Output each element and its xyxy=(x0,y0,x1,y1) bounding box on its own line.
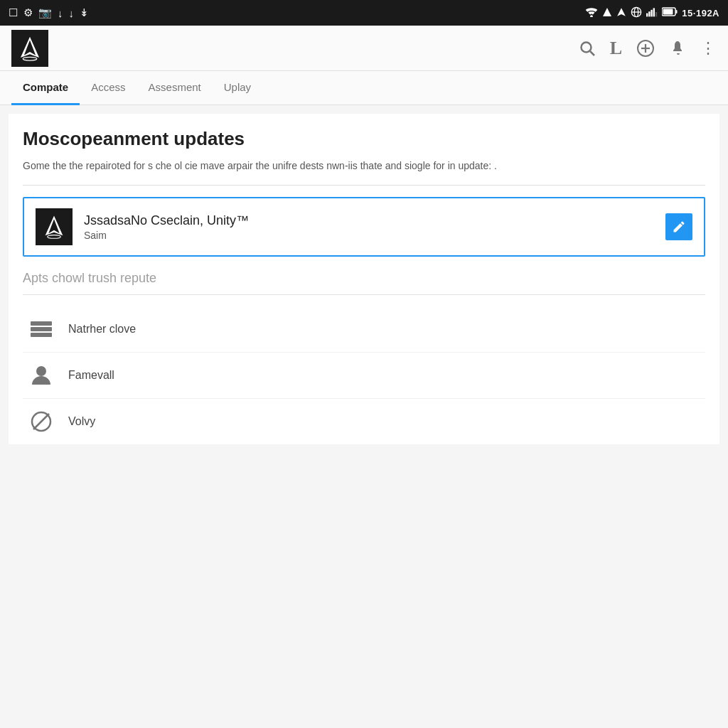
svg-marker-1 xyxy=(603,8,611,16)
main-content: Moscopeanment updates Gome the the repai… xyxy=(9,114,719,444)
nav-icon xyxy=(616,7,626,19)
app-logo xyxy=(11,30,48,67)
block-icon xyxy=(28,409,54,434)
tab-uplay[interactable]: Uplay xyxy=(213,71,262,105)
svg-rect-25 xyxy=(31,327,52,331)
more-button[interactable]: ⋮ xyxy=(700,39,717,58)
tab-assesment[interactable]: Assesment xyxy=(137,71,213,105)
download3-icon: ↡ xyxy=(80,6,89,19)
notifications-button[interactable] xyxy=(669,40,686,57)
battery-icon xyxy=(662,7,678,18)
signal-bars-icon xyxy=(646,7,658,19)
svg-point-23 xyxy=(48,235,61,239)
game-name: JssadsaNo Cseclain, Unity™ xyxy=(84,213,654,228)
game-card[interactable]: JssadsaNo Cseclain, Unity™ Saim xyxy=(23,197,705,257)
app-bar: L ⋮ xyxy=(0,26,728,71)
list-item-2[interactable]: Famevall xyxy=(23,353,705,399)
list-item-1[interactable]: Natrher clove xyxy=(23,306,705,353)
section-title: Moscopeanment updates xyxy=(23,128,705,150)
camera-icon: 📷 xyxy=(38,6,52,19)
account-button[interactable]: L xyxy=(610,38,622,59)
edit-button[interactable] xyxy=(665,213,692,240)
time-display: 15·192A xyxy=(682,8,719,18)
svg-point-27 xyxy=(36,366,46,376)
status-icons-right: 15·192A xyxy=(585,6,719,20)
svg-rect-7 xyxy=(651,9,653,16)
list-item-1-label: Natrher clove xyxy=(68,323,136,336)
tab-access[interactable]: Access xyxy=(80,71,136,105)
sub-section-title: Apts chowl trush repute xyxy=(23,271,705,286)
svg-rect-24 xyxy=(31,321,52,326)
status-bar: ☐ ⚙ 📷 ↓ ↓ ↡ xyxy=(0,0,728,26)
status-icons-left: ☐ ⚙ 📷 ↓ ↓ ↡ xyxy=(9,6,89,19)
divider-2 xyxy=(23,294,705,295)
square-icon: ☐ xyxy=(9,6,18,19)
wifi-icon xyxy=(585,7,598,19)
add-button[interactable] xyxy=(636,39,655,58)
divider-1 xyxy=(23,185,705,186)
svg-line-29 xyxy=(33,414,49,429)
game-card-info: JssadsaNo Cseclain, Unity™ Saim xyxy=(84,213,654,241)
app-bar-actions: L ⋮ xyxy=(579,38,717,59)
download1-icon: ↓ xyxy=(58,7,63,19)
search-button[interactable] xyxy=(579,40,596,57)
section-description: Gome the the repairoted for s che ol cie… xyxy=(23,159,705,173)
layers-icon xyxy=(28,316,54,342)
svg-rect-9 xyxy=(655,12,657,16)
globe-icon xyxy=(631,6,642,20)
list-item-2-label: Famevall xyxy=(68,369,114,382)
svg-rect-8 xyxy=(653,8,655,16)
svg-rect-26 xyxy=(31,333,52,337)
svg-point-16 xyxy=(581,42,591,52)
settings-icon: ⚙ xyxy=(23,6,33,19)
download2-icon: ↓ xyxy=(69,7,75,19)
svg-line-17 xyxy=(590,51,594,55)
list-item-3[interactable]: Volvy xyxy=(23,399,705,444)
svg-point-15 xyxy=(23,57,37,60)
person-icon xyxy=(28,363,54,388)
list-item-3-label: Volvy xyxy=(68,415,95,428)
svg-rect-12 xyxy=(676,10,678,14)
svg-point-0 xyxy=(590,15,593,17)
svg-rect-5 xyxy=(646,13,648,16)
game-card-logo xyxy=(36,208,73,245)
svg-rect-6 xyxy=(649,11,651,16)
svg-rect-11 xyxy=(663,9,673,15)
tab-compate[interactable]: Compate xyxy=(11,71,80,105)
game-subtitle: Saim xyxy=(84,230,654,241)
tabs-bar: Compate Access Assesment Uplay xyxy=(0,71,728,105)
signal-triangle-icon xyxy=(602,7,612,19)
